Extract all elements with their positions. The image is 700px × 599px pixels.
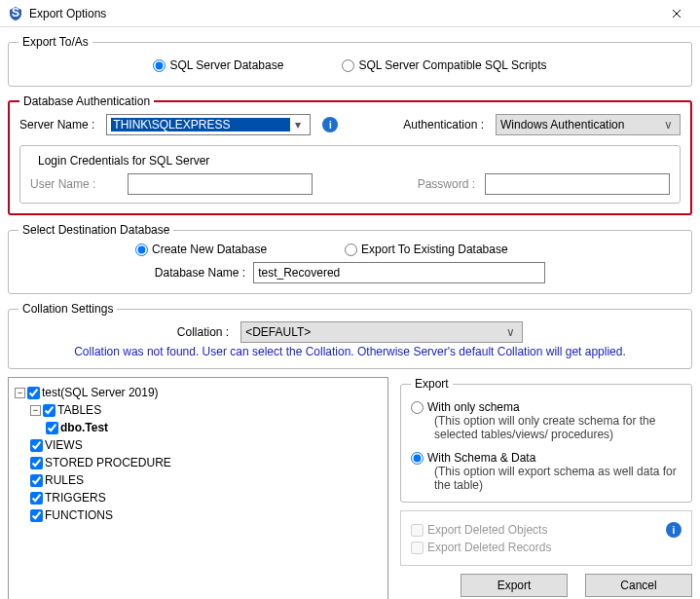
radio-create-new[interactable]: Create New Database (135, 243, 267, 256)
creds-legend: Login Credentials for SQL Server (34, 154, 213, 168)
only-schema-desc: (This option will only create schema for… (411, 414, 682, 441)
password-input (485, 173, 670, 195)
close-button[interactable] (657, 2, 696, 25)
auth-group: Database Authentication Server Name : TH… (8, 94, 692, 215)
radio-sql-scripts-input[interactable] (342, 59, 354, 72)
tree-collapse-icon[interactable]: − (30, 405, 41, 416)
tree-check-triggers[interactable] (30, 492, 43, 505)
collation-combo[interactable]: <DEFAULT> ∨ (240, 321, 523, 343)
info-icon[interactable]: i (322, 117, 338, 132)
radio-create-new-input[interactable] (135, 243, 148, 256)
tree-views-label: VIEWS (45, 436, 83, 454)
auth-legend: Database Authentication (19, 94, 154, 108)
export-mode-group: Export With only schema (This option wil… (400, 377, 692, 503)
tree-triggers-label: TRIGGERS (45, 489, 106, 506)
check-deleted-objects-label: Export Deleted Objects (427, 523, 547, 537)
radio-sql-db-label: SQL Server Database (169, 58, 283, 72)
radio-create-new-label: Create New Database (152, 243, 267, 256)
export-to-group: Export To/As SQL Server Database SQL Ser… (8, 35, 692, 87)
authentication-label: Authentication : (403, 118, 484, 131)
dest-group: Select Destination Database Create New D… (8, 223, 692, 294)
collation-label: Collation : (177, 325, 229, 339)
dbname-label: Database Name : (155, 266, 245, 280)
server-name-label: Server Name : (19, 118, 94, 131)
radio-sql-scripts[interactable]: SQL Server Compatible SQL Scripts (342, 58, 546, 72)
svg-text:S: S (12, 6, 19, 19)
server-name-value: THINK\SQLEXPRESS (111, 118, 290, 131)
chevron-down-icon: ∨ (502, 325, 518, 339)
check-deleted-records-label: Export Deleted Records (427, 541, 551, 554)
authentication-combo[interactable]: Windows Authentication ∨ (496, 114, 681, 135)
export-mode-legend: Export (411, 377, 453, 391)
tree-check-sp[interactable] (30, 457, 43, 469)
check-deleted-objects-input (411, 524, 424, 537)
dest-legend: Select Destination Database (18, 223, 173, 237)
tree-functions-label: FUNCTIONS (45, 506, 113, 524)
radio-schema-data-label: With Schema & Data (427, 451, 535, 465)
authentication-value: Windows Authentication (500, 118, 660, 131)
radio-only-schema-label: With only schema (427, 400, 520, 414)
info-icon[interactable]: i (666, 522, 682, 538)
cancel-button-label: Cancel (620, 579, 656, 592)
collation-group: Collation Settings Collation : <DEFAULT>… (8, 302, 692, 369)
radio-schema-data[interactable]: With Schema & Data (411, 451, 682, 465)
radio-only-schema[interactable]: With only schema (411, 400, 682, 414)
tree-check-root[interactable] (27, 387, 40, 399)
tree-check-tables[interactable] (43, 404, 55, 417)
radio-schema-data-input[interactable] (411, 452, 424, 465)
chevron-down-icon: ∨ (660, 118, 676, 131)
radio-existing-label: Export To Existing Database (361, 243, 508, 256)
tree-sp-label: STORED PROCEDURE (45, 454, 171, 471)
collation-value: <DEFAULT> (245, 325, 502, 339)
window-title: Export Options (29, 7, 657, 20)
tree-dbo-test-label: dbo.Test (60, 419, 108, 436)
app-icon: S (8, 6, 23, 21)
cancel-button[interactable]: Cancel (585, 574, 692, 597)
export-to-legend: Export To/As (18, 35, 92, 49)
server-name-combo[interactable]: THINK\SQLEXPRESS ▾ (106, 114, 311, 135)
tree-rules-label: RULES (45, 471, 84, 489)
chevron-down-icon: ▾ (290, 118, 306, 131)
export-button-label: Export (497, 579, 532, 592)
radio-existing[interactable]: Export To Existing Database (345, 243, 508, 256)
radio-sql-db[interactable]: SQL Server Database (153, 58, 283, 72)
radio-existing-input[interactable] (345, 243, 357, 256)
tree-root-label: test(SQL Server 2019) (42, 384, 159, 401)
tree-tables-label: TABLES (57, 401, 101, 419)
schema-data-desc: (This option will export schema as well … (411, 465, 682, 492)
username-input (128, 173, 313, 195)
tree-check-rules[interactable] (30, 474, 43, 487)
object-tree[interactable]: − test(SQL Server 2019) − TABLES (8, 377, 388, 599)
deleted-options: Export Deleted Objects i Export Deleted … (400, 510, 692, 566)
export-button[interactable]: Export (461, 574, 568, 597)
tree-collapse-icon[interactable]: − (15, 388, 25, 398)
tree-check-functions[interactable] (30, 509, 43, 522)
tree-check-views[interactable] (30, 439, 43, 452)
radio-sql-db-input[interactable] (153, 59, 166, 72)
tree-check-dbo-test[interactable] (46, 422, 58, 434)
collation-legend: Collation Settings (18, 302, 117, 316)
username-label: User Name : (30, 177, 118, 191)
password-label: Password : (418, 177, 475, 191)
check-deleted-records: Export Deleted Records (411, 541, 682, 554)
dbname-input[interactable] (253, 262, 545, 283)
check-deleted-objects: Export Deleted Objects i (411, 522, 682, 538)
check-deleted-records-input (411, 542, 424, 554)
radio-only-schema-input[interactable] (411, 401, 424, 414)
collation-note: Collation was not found. User can select… (18, 343, 682, 358)
radio-sql-scripts-label: SQL Server Compatible SQL Scripts (358, 58, 546, 72)
